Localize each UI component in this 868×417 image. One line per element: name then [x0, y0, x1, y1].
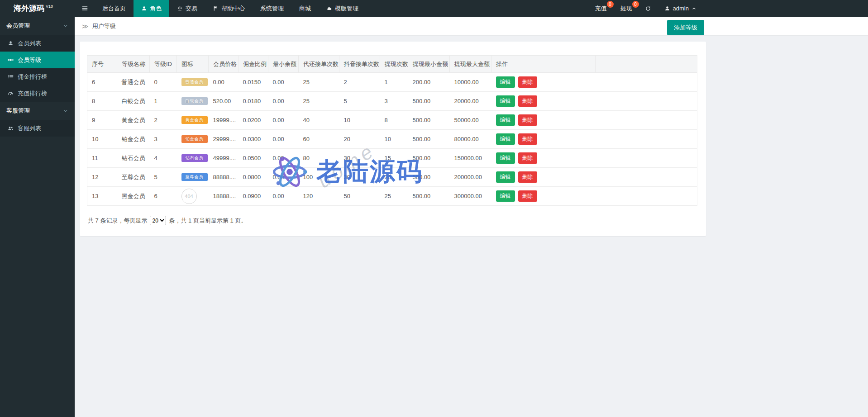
delete-button[interactable]: 删除: [518, 190, 537, 202]
cell-withdraw-max: 80000.00: [450, 130, 491, 149]
delete-button[interactable]: 删除: [518, 95, 537, 107]
level-badge-image: 铂金会员: [181, 135, 208, 143]
edit-button[interactable]: 编辑: [496, 76, 515, 88]
delete-button[interactable]: 删除: [518, 76, 537, 88]
topnav-item-label: 交易: [186, 5, 197, 13]
sidebar-item[interactable]: 会员等级: [0, 52, 75, 68]
recharge-nav-item[interactable]: 充值 0: [588, 0, 614, 17]
breadcrumb-icon: ≫: [82, 23, 89, 30]
topnav-item-label: 后台首页: [102, 5, 126, 13]
topnav-item[interactable]: 后台首页: [95, 0, 134, 17]
table-row: 12至尊会员5至尊会员88888....0.08000.001003020500…: [87, 168, 697, 187]
cell-withdraw-times: 25: [380, 187, 408, 206]
cell-filler: [596, 130, 697, 149]
cell-price: 520.00: [209, 92, 238, 111]
cell-price: 49999....: [209, 149, 238, 168]
cell-icon: 至尊会员: [177, 168, 209, 187]
cell-withdraw-max: 10000.00: [450, 73, 491, 92]
cell-seq: 12: [87, 168, 117, 187]
link-icon: [8, 57, 14, 63]
cell-min-balance: 0.00: [268, 73, 299, 92]
cell-actions: 编辑删除: [491, 92, 596, 111]
add-level-button[interactable]: 添加等级: [667, 20, 704, 35]
topnav-item[interactable]: 模版管理: [319, 0, 366, 17]
cell-filler: [596, 187, 697, 206]
broken-image-404-icon: 404: [181, 189, 197, 204]
column-header: 等级名称: [117, 56, 150, 73]
topnav-item[interactable]: 帮助中心: [205, 0, 253, 17]
edit-button[interactable]: 编辑: [496, 133, 515, 145]
sidebar-item[interactable]: 充值排行榜: [0, 85, 75, 102]
recharge-badge: 0: [607, 1, 614, 8]
topnav-item[interactable]: 角色: [134, 0, 169, 17]
withdraw-nav-item[interactable]: 提现 0: [614, 0, 639, 17]
sidebar-group-label: 客服管理: [6, 107, 30, 115]
cell-price: 88888....: [209, 168, 238, 187]
cell-withdraw-max: 300000.00: [450, 187, 491, 206]
column-header: 提现次数: [380, 56, 408, 73]
delete-button[interactable]: 删除: [518, 152, 537, 164]
edit-button[interactable]: 编辑: [496, 152, 515, 164]
page-size-select[interactable]: 20: [150, 216, 166, 225]
column-header: 佣金比例: [238, 56, 268, 73]
cell-actions: 编辑删除: [491, 130, 596, 149]
cell-commission-ratio: 0.0150: [238, 73, 268, 92]
gauge-icon: [8, 90, 14, 96]
chevron-up-icon: [692, 6, 696, 11]
cell-commission-ratio: 0.0200: [238, 111, 268, 130]
cell-withdraw-max: 50000.00: [450, 111, 491, 130]
person-icon: [141, 5, 147, 11]
column-header: 序号: [87, 56, 117, 73]
cell-repay-orders: 80: [299, 149, 339, 168]
content: 序号等级名称等级ID图标会员价格佣金比例最小余额代还接单次数抖音接单次数提现次数…: [75, 36, 868, 417]
sidebar-item[interactable]: 佣金排行榜: [0, 68, 75, 85]
edit-button[interactable]: 编辑: [496, 171, 515, 183]
grid-header-row: 序号等级名称等级ID图标会员价格佣金比例最小余额代还接单次数抖音接单次数提现次数…: [87, 56, 697, 73]
cell-repay-orders: 60: [299, 130, 339, 149]
sidebar-item[interactable]: 客服列表: [0, 120, 75, 137]
column-header: 等级ID: [150, 56, 177, 73]
cell-commission-ratio: 0.0500: [238, 149, 268, 168]
sidebar-item-label: 会员等级: [18, 56, 41, 64]
cell-name: 铂金会员: [117, 130, 150, 149]
flag-icon: [213, 5, 219, 11]
sidebar-toggle-button[interactable]: [75, 0, 95, 17]
cell-level-id: 0: [150, 73, 177, 92]
level-badge-image: 普通会员: [181, 78, 208, 86]
cell-actions: 编辑删除: [491, 187, 596, 206]
cell-withdraw-times: 1: [380, 73, 408, 92]
edit-button[interactable]: 编辑: [496, 114, 515, 126]
topnav-item-label: 角色: [150, 5, 162, 13]
cell-seq: 10: [87, 130, 117, 149]
topnav-item[interactable]: 系统管理: [253, 0, 291, 17]
pagination-suffix: 条，共 1 页当前显示第 1 页。: [169, 217, 247, 225]
cell-seq: 9: [87, 111, 117, 130]
edit-button[interactable]: 编辑: [496, 190, 515, 202]
delete-button[interactable]: 删除: [518, 171, 537, 183]
topnav-item-label: 帮助中心: [221, 5, 245, 13]
column-header: 代还接单次数: [299, 56, 339, 73]
topnav-item[interactable]: 商城: [291, 0, 319, 17]
cloud-icon: [326, 5, 332, 11]
delete-button[interactable]: 删除: [518, 133, 537, 145]
user-menu[interactable]: admin: [657, 0, 704, 17]
topnav-item-label: 系统管理: [260, 5, 284, 13]
delete-button[interactable]: 删除: [518, 114, 537, 126]
refresh-button[interactable]: [639, 0, 657, 17]
sidebar-group-header[interactable]: 会员管理: [0, 17, 75, 35]
column-header: 会员价格: [209, 56, 238, 73]
cell-level-id: 3: [150, 130, 177, 149]
topnav-item[interactable]: 交易: [169, 0, 205, 17]
sidebar-item-label: 会员列表: [18, 39, 41, 47]
cell-level-id: 6: [150, 187, 177, 206]
recharge-label: 充值: [595, 5, 607, 13]
cell-repay-orders: 100: [299, 168, 339, 187]
cell-withdraw-min: 200.00: [408, 73, 450, 92]
cell-seq: 13: [87, 187, 117, 206]
cell-seq: 6: [87, 73, 117, 92]
edit-button[interactable]: 编辑: [496, 95, 515, 107]
sidebar-group-header[interactable]: 客服管理: [0, 102, 75, 120]
cell-min-balance: 0.00: [268, 187, 299, 206]
cell-douyin-orders: 30: [339, 149, 380, 168]
sidebar-item[interactable]: 会员列表: [0, 35, 75, 52]
